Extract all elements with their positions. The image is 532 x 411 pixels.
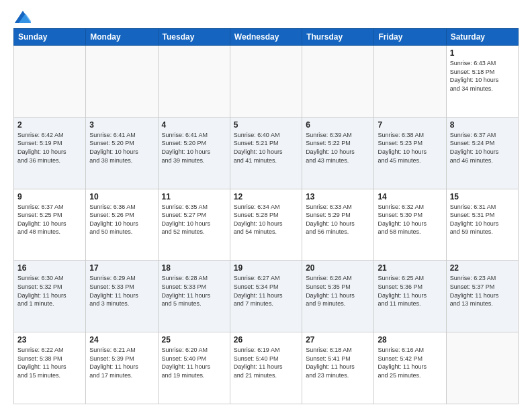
calendar-cell: 6Sunrise: 6:39 AM Sunset: 5:22 PM Daylig… [302, 117, 374, 189]
calendar-week-0: 1Sunrise: 6:43 AM Sunset: 5:18 PM Daylig… [14, 46, 519, 118]
day-info: Sunrise: 6:37 AM Sunset: 5:24 PM Dayligh… [450, 131, 515, 165]
calendar-cell: 17Sunrise: 6:29 AM Sunset: 5:33 PM Dayli… [86, 261, 158, 332]
day-info: Sunrise: 6:31 AM Sunset: 5:31 PM Dayligh… [450, 203, 515, 236]
day-info: Sunrise: 6:28 AM Sunset: 5:33 PM Dayligh… [162, 274, 226, 308]
day-number: 28 [378, 335, 442, 345]
day-number: 1 [450, 48, 515, 58]
day-info: Sunrise: 6:41 AM Sunset: 5:20 PM Dayligh… [89, 131, 154, 165]
calendar-cell [374, 46, 446, 118]
day-info: Sunrise: 6:37 AM Sunset: 5:25 PM Dayligh… [17, 203, 82, 236]
day-info: Sunrise: 6:29 AM Sunset: 5:33 PM Dayligh… [89, 274, 154, 308]
day-info: Sunrise: 6:38 AM Sunset: 5:23 PM Dayligh… [378, 131, 442, 165]
calendar-cell: 11Sunrise: 6:35 AM Sunset: 5:27 PM Dayli… [158, 189, 230, 261]
day-number: 7 [378, 120, 442, 130]
calendar-cell: 19Sunrise: 6:27 AM Sunset: 5:34 PM Dayli… [230, 261, 302, 332]
calendar-cell [446, 332, 518, 404]
day-number: 26 [234, 335, 298, 345]
calendar-cell: 22Sunrise: 6:23 AM Sunset: 5:37 PM Dayli… [446, 261, 518, 332]
calendar-cell: 18Sunrise: 6:28 AM Sunset: 5:33 PM Dayli… [158, 261, 230, 332]
weekday-header-sunday: Sunday [14, 29, 86, 46]
calendar-table: SundayMondayTuesdayWednesdayThursdayFrid… [13, 28, 519, 404]
day-info: Sunrise: 6:22 AM Sunset: 5:38 PM Dayligh… [17, 346, 82, 379]
day-number: 19 [234, 263, 298, 273]
logo [13, 12, 31, 23]
calendar-cell [158, 46, 230, 118]
day-info: Sunrise: 6:18 AM Sunset: 5:41 PM Dayligh… [306, 346, 370, 379]
calendar-cell: 27Sunrise: 6:18 AM Sunset: 5:41 PM Dayli… [302, 332, 374, 404]
calendar-cell: 4Sunrise: 6:41 AM Sunset: 5:20 PM Daylig… [158, 117, 230, 189]
calendar-cell: 12Sunrise: 6:34 AM Sunset: 5:28 PM Dayli… [230, 189, 302, 261]
weekday-header-row: SundayMondayTuesdayWednesdayThursdayFrid… [14, 29, 519, 46]
day-info: Sunrise: 6:25 AM Sunset: 5:36 PM Dayligh… [378, 274, 442, 308]
calendar-cell: 26Sunrise: 6:19 AM Sunset: 5:40 PM Dayli… [230, 332, 302, 404]
calendar-cell: 24Sunrise: 6:21 AM Sunset: 5:39 PM Dayli… [86, 332, 158, 404]
calendar-cell [230, 46, 302, 118]
day-info: Sunrise: 6:27 AM Sunset: 5:34 PM Dayligh… [234, 274, 298, 308]
day-info: Sunrise: 6:26 AM Sunset: 5:35 PM Dayligh… [306, 274, 370, 308]
day-number: 25 [162, 335, 226, 345]
day-info: Sunrise: 6:42 AM Sunset: 5:19 PM Dayligh… [17, 131, 82, 165]
weekday-header-thursday: Thursday [302, 29, 374, 46]
weekday-header-wednesday: Wednesday [230, 29, 302, 46]
day-info: Sunrise: 6:23 AM Sunset: 5:37 PM Dayligh… [450, 274, 515, 308]
calendar-cell: 8Sunrise: 6:37 AM Sunset: 5:24 PM Daylig… [446, 117, 518, 189]
day-number: 3 [89, 120, 154, 130]
day-number: 14 [378, 192, 442, 201]
calendar-cell: 15Sunrise: 6:31 AM Sunset: 5:31 PM Dayli… [446, 189, 518, 261]
calendar-cell: 10Sunrise: 6:36 AM Sunset: 5:26 PM Dayli… [86, 189, 158, 261]
day-info: Sunrise: 6:39 AM Sunset: 5:22 PM Dayligh… [306, 131, 370, 165]
calendar-cell: 20Sunrise: 6:26 AM Sunset: 5:35 PM Dayli… [302, 261, 374, 332]
day-info: Sunrise: 6:20 AM Sunset: 5:40 PM Dayligh… [162, 346, 226, 379]
calendar-week-1: 2Sunrise: 6:42 AM Sunset: 5:19 PM Daylig… [14, 117, 519, 189]
calendar-cell [86, 46, 158, 118]
day-info: Sunrise: 6:32 AM Sunset: 5:30 PM Dayligh… [378, 203, 442, 236]
day-info: Sunrise: 6:34 AM Sunset: 5:28 PM Dayligh… [234, 203, 298, 236]
calendar-cell [302, 46, 374, 118]
weekday-header-monday: Monday [86, 29, 158, 46]
day-number: 18 [162, 263, 226, 273]
day-number: 27 [306, 335, 370, 345]
day-info: Sunrise: 6:40 AM Sunset: 5:21 PM Dayligh… [234, 131, 298, 165]
calendar-cell: 21Sunrise: 6:25 AM Sunset: 5:36 PM Dayli… [374, 261, 446, 332]
day-number: 5 [234, 120, 298, 130]
day-number: 11 [162, 192, 226, 201]
weekday-header-friday: Friday [374, 29, 446, 46]
day-number: 24 [89, 335, 154, 345]
day-info: Sunrise: 6:36 AM Sunset: 5:26 PM Dayligh… [89, 203, 154, 236]
day-number: 4 [162, 120, 226, 130]
calendar-week-3: 16Sunrise: 6:30 AM Sunset: 5:32 PM Dayli… [14, 261, 519, 332]
day-number: 20 [306, 263, 370, 273]
day-number: 13 [306, 192, 370, 201]
calendar-cell: 9Sunrise: 6:37 AM Sunset: 5:25 PM Daylig… [14, 189, 86, 261]
logo-icon [15, 11, 31, 23]
day-number: 2 [17, 120, 82, 130]
day-number: 23 [17, 335, 82, 345]
day-number: 15 [450, 192, 515, 201]
day-number: 12 [234, 192, 298, 201]
day-number: 9 [17, 192, 82, 201]
calendar-cell [14, 46, 86, 118]
day-number: 10 [89, 192, 154, 201]
calendar-cell: 14Sunrise: 6:32 AM Sunset: 5:30 PM Dayli… [374, 189, 446, 261]
calendar-cell: 25Sunrise: 6:20 AM Sunset: 5:40 PM Dayli… [158, 332, 230, 404]
day-number: 22 [450, 263, 515, 273]
day-info: Sunrise: 6:43 AM Sunset: 5:18 PM Dayligh… [450, 59, 515, 93]
page: SundayMondayTuesdayWednesdayThursdayFrid… [0, 0, 532, 411]
weekday-header-saturday: Saturday [446, 29, 518, 46]
day-info: Sunrise: 6:16 AM Sunset: 5:42 PM Dayligh… [378, 346, 442, 379]
header [13, 12, 519, 23]
day-info: Sunrise: 6:35 AM Sunset: 5:27 PM Dayligh… [162, 203, 226, 236]
weekday-header-tuesday: Tuesday [158, 29, 230, 46]
calendar-cell: 1Sunrise: 6:43 AM Sunset: 5:18 PM Daylig… [446, 46, 518, 118]
day-number: 8 [450, 120, 515, 130]
calendar-cell: 16Sunrise: 6:30 AM Sunset: 5:32 PM Dayli… [14, 261, 86, 332]
day-info: Sunrise: 6:21 AM Sunset: 5:39 PM Dayligh… [89, 346, 154, 379]
day-number: 6 [306, 120, 370, 130]
day-number: 16 [17, 263, 82, 273]
calendar-cell: 3Sunrise: 6:41 AM Sunset: 5:20 PM Daylig… [86, 117, 158, 189]
day-number: 17 [89, 263, 154, 273]
day-number: 21 [378, 263, 442, 273]
calendar-cell: 23Sunrise: 6:22 AM Sunset: 5:38 PM Dayli… [14, 332, 86, 404]
day-info: Sunrise: 6:41 AM Sunset: 5:20 PM Dayligh… [162, 131, 226, 165]
calendar-cell: 2Sunrise: 6:42 AM Sunset: 5:19 PM Daylig… [14, 117, 86, 189]
